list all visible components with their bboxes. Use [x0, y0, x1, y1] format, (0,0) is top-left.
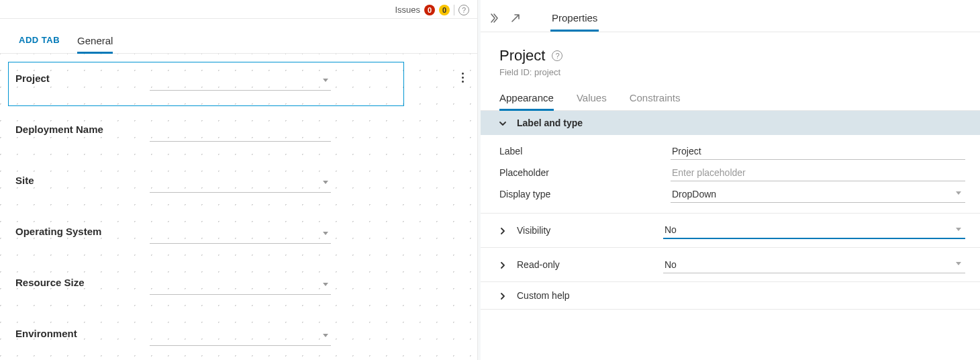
help-icon[interactable]: ?	[552, 50, 562, 61]
field-label: Deployment Name	[15, 124, 150, 147]
section-title: Visibility	[517, 225, 550, 236]
field-control-text[interactable]	[150, 126, 331, 142]
properties-heading-text: Project	[499, 47, 545, 64]
add-tab-button[interactable]: ADD TAB	[19, 35, 60, 53]
error-count-badge[interactable]: 0	[424, 5, 435, 15]
readonly-select[interactable]: No	[663, 256, 965, 273]
field-environment[interactable]: Environment	[8, 317, 469, 360]
chevron-down-icon	[499, 120, 506, 127]
design-grid[interactable]: Project Deployment Name Site	[0, 54, 477, 360]
chevron-right-icon	[499, 262, 506, 269]
field-control-dropdown[interactable]	[150, 279, 331, 295]
canvas-tab-row: ADD TAB General	[0, 19, 477, 54]
field-control-dropdown[interactable]	[150, 177, 331, 193]
field-project[interactable]: Project	[8, 62, 469, 106]
properties-panel: Properties Project ? Field ID: project A…	[478, 0, 980, 360]
display-type-select[interactable]: DropDown	[671, 185, 965, 203]
section-title: Label and type	[517, 118, 583, 128]
subtab-appearance[interactable]: Appearance	[499, 92, 554, 110]
subtab-constraints[interactable]: Constraints	[630, 92, 681, 110]
field-control-dropdown[interactable]	[150, 330, 331, 346]
form-designer-canvas: Issues 0 0 ? ADD TAB General Project Dep…	[0, 0, 478, 360]
section-title: Custom help	[517, 290, 570, 301]
properties-tab[interactable]: Properties	[550, 4, 599, 32]
kebab-icon[interactable]	[462, 73, 464, 83]
chevron-right-icon	[499, 228, 506, 234]
field-label: Operating System	[15, 226, 150, 249]
properties-heading: Project ?	[481, 47, 980, 64]
expand-icon[interactable]	[510, 13, 521, 24]
section-title: Read-only	[517, 259, 560, 270]
properties-topbar: Properties	[481, 0, 980, 32]
placeholder-key: Placeholder	[499, 167, 671, 178]
field-site[interactable]: Site	[8, 164, 469, 208]
field-label: Resource Size	[15, 277, 150, 300]
properties-body: Project ? Field ID: project Appearance V…	[481, 32, 980, 360]
collapse-icon[interactable]	[489, 13, 499, 24]
field-label: Project	[15, 73, 150, 96]
field-id-label: Field ID: project	[481, 64, 980, 77]
section-visibility[interactable]: Visibility No	[481, 213, 980, 247]
section-readonly[interactable]: Read-only No	[481, 247, 980, 281]
tab-general[interactable]: General	[77, 35, 113, 53]
section-label-and-type-header[interactable]: Label and type	[481, 111, 980, 135]
label-key: Label	[499, 146, 671, 156]
field-control-dropdown[interactable]	[150, 228, 331, 244]
canvas-topbar: Issues 0 0 ?	[0, 0, 477, 19]
issues-label: Issues	[395, 5, 420, 15]
field-operating-system[interactable]: Operating System	[8, 215, 469, 259]
separator	[454, 5, 454, 15]
section-label-and-type-body: Label Placeholder Display type DropDown	[481, 135, 980, 213]
warning-count-badge[interactable]: 0	[439, 5, 450, 15]
field-deployment-name[interactable]: Deployment Name	[8, 113, 469, 157]
help-icon[interactable]: ?	[458, 5, 469, 15]
visibility-select[interactable]: No	[663, 222, 965, 239]
field-label: Environment	[15, 328, 150, 351]
field-label: Site	[15, 175, 150, 198]
placeholder-input[interactable]	[671, 164, 965, 181]
field-control-dropdown[interactable]	[150, 75, 331, 91]
subtab-values[interactable]: Values	[577, 92, 607, 110]
chevron-right-icon	[499, 293, 506, 300]
display-type-key: Display type	[499, 189, 671, 199]
section-custom-help[interactable]: Custom help	[481, 281, 980, 310]
field-resource-size[interactable]: Resource Size	[8, 266, 469, 310]
label-input[interactable]	[671, 142, 965, 160]
properties-subtabs: Appearance Values Constraints	[481, 77, 980, 111]
